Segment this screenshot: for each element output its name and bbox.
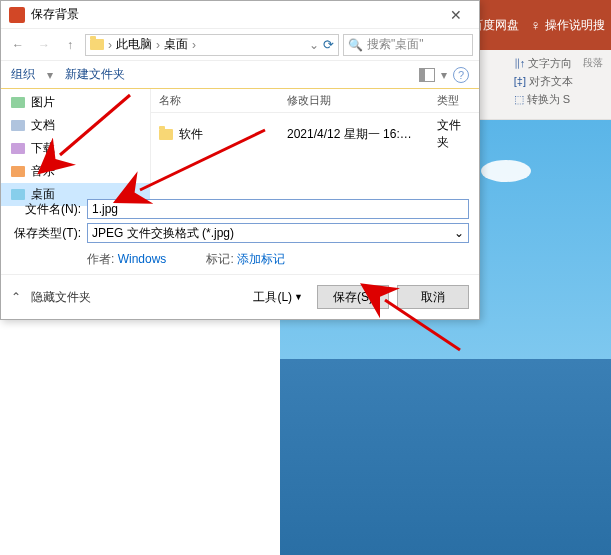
dialog-footer: ⌃ 隐藏文件夹 工具(L) ▼ 保存(S) 取消 (1, 274, 479, 319)
convert-smartart-button[interactable]: ⬚ 转换为 S (514, 92, 573, 107)
desktop-icon (11, 189, 25, 200)
search-placeholder: 搜索"桌面" (367, 36, 424, 53)
close-button[interactable]: ✕ (441, 7, 471, 23)
chevron-down-icon: ⌄ (454, 226, 464, 240)
breadcrumb[interactable]: › 此电脑 › 桌面 › ⌄ ⟳ (85, 34, 339, 56)
downloads-icon (11, 143, 25, 154)
chevron-down-icon[interactable]: ⌄ (309, 38, 319, 52)
folder-sidebar: 图片 文档 下载 音乐 桌面 (1, 89, 151, 189)
chevron-right-icon: › (192, 38, 196, 52)
view-options-button[interactable] (419, 68, 435, 82)
chevron-right-icon: › (156, 38, 160, 52)
documents-icon (11, 120, 25, 131)
sidebar-item-documents[interactable]: 文档 (1, 114, 150, 137)
author-value[interactable]: Windows (118, 252, 167, 266)
expand-icon[interactable]: ⌃ (11, 290, 21, 304)
nav-back-button[interactable]: ← (7, 34, 29, 56)
bulb-icon: ♀ (531, 17, 542, 33)
text-direction-button[interactable]: ‖↑ 文字方向 (514, 56, 573, 71)
powerpoint-icon (9, 7, 25, 23)
help-icon[interactable]: ? (453, 67, 469, 83)
filename-input[interactable]: 1.jpg (87, 199, 469, 219)
tags-label: 标记: (206, 252, 233, 266)
breadcrumb-pc[interactable]: 此电脑 (116, 36, 152, 53)
search-input[interactable]: 🔍 搜索"桌面" (343, 34, 473, 56)
organize-button[interactable]: 组织 (11, 66, 35, 83)
sidebar-item-music[interactable]: 音乐 (1, 160, 150, 183)
file-list: 名称 修改日期 类型 软件 2021/4/12 星期一 16:… 文件夹 (151, 89, 479, 189)
pictures-icon (11, 97, 25, 108)
dialog-title: 保存背景 (31, 6, 441, 23)
refresh-icon[interactable]: ⟳ (323, 37, 334, 52)
save-button[interactable]: 保存(S) (317, 285, 389, 309)
filetype-label: 保存类型(T): (11, 225, 81, 242)
sidebar-item-downloads[interactable]: 下载 (1, 137, 150, 160)
sidebar-item-pictures[interactable]: 图片 (1, 91, 150, 114)
dialog-fields: 文件名(N): 1.jpg 保存类型(T): JPEG 文件交换格式 (*.jp… (1, 189, 479, 274)
dialog-toolbar: 组织 ▾ 新建文件夹 ▾ ? (1, 61, 479, 89)
new-folder-button[interactable]: 新建文件夹 (65, 66, 125, 83)
paragraph-group-label: 段落 (583, 56, 603, 70)
folder-icon (159, 129, 173, 140)
breadcrumb-desktop[interactable]: 桌面 (164, 36, 188, 53)
cancel-button[interactable]: 取消 (397, 285, 469, 309)
dialog-body: 图片 文档 下载 音乐 桌面 名称 修改日期 类型 软件 2021/4/12 星… (1, 89, 479, 189)
cloud-graphic (481, 160, 531, 182)
save-as-dialog: 保存背景 ✕ ← → ↑ › 此电脑 › 桌面 › ⌄ ⟳ 🔍 搜索"桌面" 组… (0, 0, 480, 320)
tags-value[interactable]: 添加标记 (237, 252, 285, 266)
column-type[interactable]: 类型 (429, 89, 479, 112)
author-label: 作者: (87, 252, 114, 266)
chevron-down-icon: ▼ (294, 292, 303, 302)
tools-dropdown[interactable]: 工具(L) ▼ (247, 289, 309, 306)
dialog-nav: ← → ↑ › 此电脑 › 桌面 › ⌄ ⟳ 🔍 搜索"桌面" (1, 29, 479, 61)
help-search-button[interactable]: ♀ 操作说明搜 (531, 17, 606, 34)
hide-folders-toggle[interactable]: 隐藏文件夹 (31, 289, 91, 306)
music-icon (11, 166, 25, 177)
file-list-headers: 名称 修改日期 类型 (151, 89, 479, 113)
nav-up-button[interactable]: ↑ (59, 34, 81, 56)
folder-icon (90, 39, 104, 50)
search-icon: 🔍 (348, 38, 363, 52)
column-name[interactable]: 名称 (151, 89, 279, 112)
column-date[interactable]: 修改日期 (279, 89, 429, 112)
dialog-titlebar: 保存背景 ✕ (1, 1, 479, 29)
filetype-select[interactable]: JPEG 文件交换格式 (*.jpg)⌄ (87, 223, 469, 243)
filename-label: 文件名(N): (11, 201, 81, 218)
align-text-button[interactable]: [‡] 对齐文本 (514, 74, 573, 89)
chevron-right-icon: › (108, 38, 112, 52)
file-row[interactable]: 软件 2021/4/12 星期一 16:… 文件夹 (151, 113, 479, 155)
nav-forward-button[interactable]: → (33, 34, 55, 56)
